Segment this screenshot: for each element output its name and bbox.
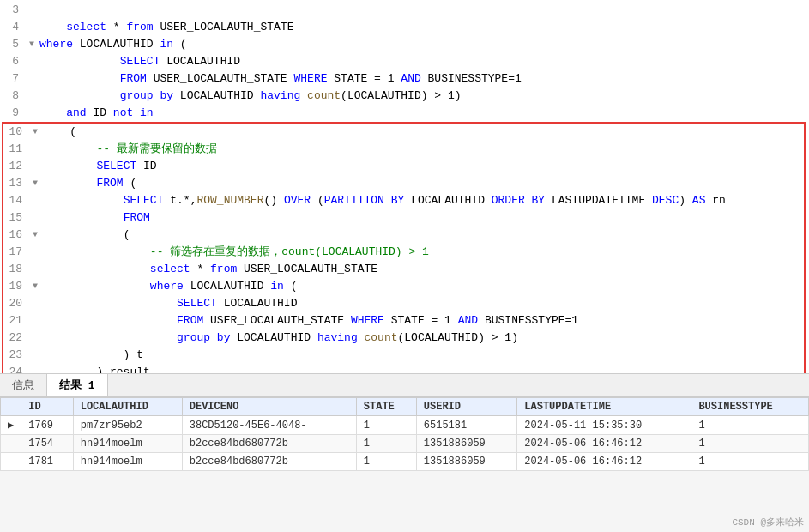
- code-line-23: 23 ) t: [3, 347, 804, 364]
- line-number: 13: [3, 175, 29, 192]
- code-line-11: 11 -- 最新需要保留的数据: [3, 141, 804, 158]
- line-number: 20: [3, 295, 29, 312]
- line-content: select * from USER_LOCALAUTH_STATE: [38, 19, 809, 36]
- cell-businesstype: 1: [691, 453, 809, 471]
- line-number: 15: [3, 209, 29, 227]
- table-row[interactable]: 1781hn914moelmb2cce84bd680772b1135188605…: [1, 453, 809, 471]
- column-header-BUSINESSTYPE: BUSINESSTYPE: [691, 398, 809, 416]
- line-content: where LOCALAUTHID in (: [38, 36, 809, 53]
- line-number: 19: [3, 278, 29, 295]
- line-number: 9: [0, 105, 26, 122]
- cell-businesstype: 1: [691, 435, 809, 453]
- fold-button[interactable]: ▼: [29, 278, 41, 295]
- row-indicator: ▶: [1, 416, 21, 435]
- cell-id: 1781: [21, 453, 73, 471]
- line-content: select * from USER_LOCALAUTH_STATE: [41, 261, 804, 278]
- line-number: 23: [3, 347, 29, 364]
- line-content: group by LOCALAUTHID having count(LOCALA…: [41, 329, 804, 347]
- cell-deviceno: 38CD5120-45E6-4048-: [182, 416, 356, 435]
- cell-deviceno: b2cce84bd680772b: [182, 453, 356, 471]
- code-line-18: 18 select * from USER_LOCALAUTH_STATE: [3, 261, 804, 278]
- line-number: 8: [0, 88, 26, 105]
- column-header-indicator: [1, 398, 21, 416]
- line-content: where LOCALAUTHID in (: [41, 278, 804, 295]
- line-number: 14: [3, 192, 29, 209]
- line-number: 21: [3, 312, 29, 329]
- line-number: 7: [0, 70, 26, 88]
- results-table: IDLOCALAUTHIDDEVICENOSTATEUSERIDLASTUPDA…: [0, 397, 809, 471]
- code-line-13: 13▼ FROM (: [3, 175, 804, 192]
- line-content: SELECT LOCALAUTHID: [41, 295, 804, 312]
- fold-button[interactable]: ▼: [26, 36, 38, 53]
- bottom-tabs: 信息 结果 1: [0, 374, 809, 397]
- column-header-DEVICENO: DEVICENO: [182, 398, 356, 416]
- cell-id: 1754: [21, 435, 73, 453]
- cell-lastupdatetime: 2024-05-06 16:46:12: [517, 435, 691, 453]
- line-number: 4: [0, 19, 26, 36]
- line-number: 22: [3, 329, 29, 347]
- cell-localauthid: hn914moelm: [73, 435, 182, 453]
- row-indicator: [1, 453, 21, 471]
- line-content: (: [41, 227, 804, 244]
- column-header-USERID: USERID: [416, 398, 517, 416]
- table-row[interactable]: 1754hn914moelmb2cce84bd680772b1135188605…: [1, 435, 809, 453]
- line-content: and ID not in: [38, 105, 809, 122]
- line-number: 3: [0, 2, 26, 19]
- cell-userid: 1351886059: [416, 453, 517, 471]
- line-content: -- 最新需要保留的数据: [41, 141, 804, 158]
- fold-button[interactable]: ▼: [29, 175, 41, 192]
- fold-button[interactable]: ▼: [29, 227, 41, 244]
- line-content: FROM: [41, 209, 804, 227]
- column-header-LOCALAUTHID: LOCALAUTHID: [73, 398, 182, 416]
- line-number: 6: [0, 53, 26, 70]
- tab-info[interactable]: 信息: [0, 374, 47, 396]
- line-content: SELECT ID: [41, 158, 804, 175]
- cell-id: 1769: [21, 416, 73, 435]
- watermark-text: CSDN @多来哈米: [732, 516, 804, 529]
- table-row[interactable]: ▶1769pm7zr95eb238CD5120-45E6-4048-165151…: [1, 416, 809, 435]
- line-number: 12: [3, 158, 29, 175]
- column-header-ID: ID: [21, 398, 73, 416]
- code-editor: 34 select * from USER_LOCALAUTH_STATE5▼w…: [0, 0, 809, 373]
- code-line-24: 24 ) result: [3, 364, 804, 373]
- line-content: SELECT t.*,ROW_NUMBER() OVER (PARTITION …: [41, 192, 804, 209]
- cell-state: 1: [356, 435, 416, 453]
- line-content: SELECT LOCALAUTHID: [38, 53, 809, 70]
- line-number: 16: [3, 227, 29, 244]
- line-content: group by LOCALAUTHID having count(LOCALA…: [38, 88, 809, 105]
- line-number: 24: [3, 364, 29, 373]
- line-content: (: [41, 124, 804, 141]
- column-header-STATE: STATE: [356, 398, 416, 416]
- line-content: -- 筛选存在重复的数据，count(LOCALAUTHID) > 1: [41, 244, 804, 261]
- cell-businesstype: 1: [691, 416, 809, 435]
- line-content: FROM USER_LOCALAUTH_STATE WHERE STATE = …: [41, 312, 804, 329]
- code-line-9: 9 and ID not in: [0, 105, 809, 122]
- code-line-10: 10▼ (: [3, 124, 804, 141]
- code-line-3: 3: [0, 2, 809, 19]
- code-line-5: 5▼where LOCALAUTHID in (: [0, 36, 809, 53]
- cell-state: 1: [356, 416, 416, 435]
- code-line-16: 16▼ (: [3, 227, 804, 244]
- cell-lastupdatetime: 2024-05-06 16:46:12: [517, 453, 691, 471]
- cell-localauthid: hn914moelm: [73, 453, 182, 471]
- code-line-17: 17 -- 筛选存在重复的数据，count(LOCALAUTHID) > 1: [3, 244, 804, 261]
- cell-userid: 1351886059: [416, 435, 517, 453]
- row-indicator: [1, 435, 21, 453]
- line-number: 5: [0, 36, 26, 53]
- line-content: FROM (: [41, 175, 804, 192]
- cell-userid: 6515181: [416, 416, 517, 435]
- cell-deviceno: b2cce84bd680772b: [182, 435, 356, 453]
- cell-state: 1: [356, 453, 416, 471]
- code-line-6: 6 SELECT LOCALAUTHID: [0, 53, 809, 70]
- line-number: 18: [3, 261, 29, 278]
- tab-results[interactable]: 结果 1: [47, 374, 108, 396]
- code-line-15: 15 FROM: [3, 209, 804, 227]
- cell-lastupdatetime: 2024-05-11 15:35:30: [517, 416, 691, 435]
- code-line-14: 14 SELECT t.*,ROW_NUMBER() OVER (PARTITI…: [3, 192, 804, 209]
- line-content: ) result: [41, 364, 804, 373]
- code-line-20: 20 SELECT LOCALAUTHID: [3, 295, 804, 312]
- line-number: 10: [3, 124, 29, 141]
- code-line-12: 12 SELECT ID: [3, 158, 804, 175]
- fold-button[interactable]: ▼: [29, 124, 41, 141]
- code-line-8: 8 group by LOCALAUTHID having count(LOCA…: [0, 88, 809, 105]
